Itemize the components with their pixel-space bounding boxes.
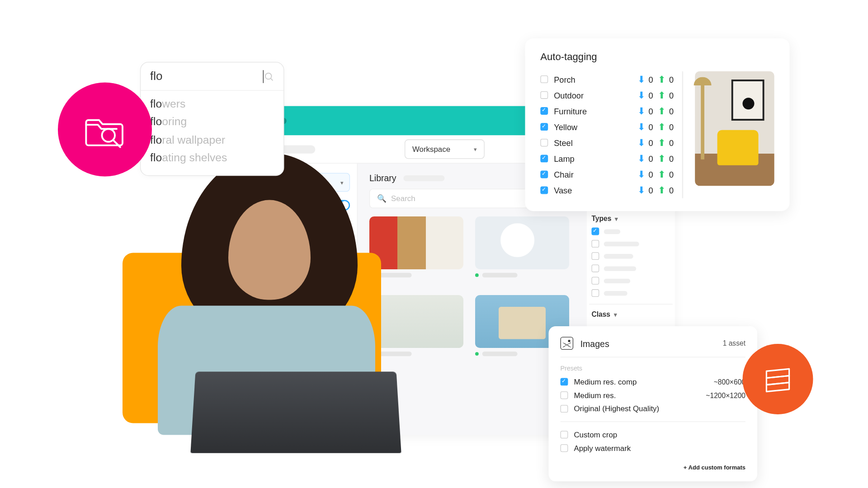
preset-label: Medium res. comp (574, 377, 637, 386)
auto-tagging-title: Auto-tagging (540, 52, 774, 63)
watermark-checkbox[interactable] (561, 444, 568, 452)
status-dot (475, 273, 479, 277)
downvote-icon[interactable]: ⬇ (637, 121, 645, 132)
tag-votes: ⬇0⬆0 (637, 74, 675, 85)
upvote-icon[interactable]: ⬆ (658, 74, 665, 85)
filter-checkbox[interactable] (591, 265, 599, 272)
add-custom-formats-link[interactable]: + Add custom formats (561, 465, 746, 471)
tag-votes: ⬇0⬆0 (637, 185, 675, 196)
chevron-down-icon: ▾ (614, 311, 617, 318)
down-count: 0 (649, 75, 655, 84)
up-count: 0 (669, 90, 675, 100)
downvote-icon[interactable]: ⬇ (637, 185, 645, 196)
presets-list: Medium res. comp~800×600Medium res.~1200… (561, 375, 746, 416)
asset-thumbnail (475, 216, 569, 269)
tag-votes: ⬇0⬆0 (637, 105, 675, 117)
svg-point-2 (265, 73, 272, 79)
tag-checkbox[interactable] (540, 91, 548, 99)
down-count: 0 (649, 122, 655, 131)
search-icon (264, 71, 274, 81)
tag-checkbox[interactable] (540, 187, 548, 194)
chevron-down-icon: ▾ (474, 146, 477, 152)
filter-types-toggle[interactable]: Types▾ (591, 215, 670, 223)
tag-row: Steel⬇0⬆0 (540, 135, 675, 150)
images-download-panel: Images 1 asset Presets Medium res. comp~… (549, 326, 758, 481)
downvote-icon[interactable]: ⬇ (637, 89, 645, 101)
search-suggestion[interactable]: flooring (150, 113, 274, 131)
up-count: 0 (669, 170, 675, 179)
filter-checkbox[interactable] (591, 277, 599, 285)
filter-checkbox[interactable] (591, 289, 599, 297)
caption-placeholder (482, 352, 518, 356)
down-count: 0 (649, 186, 655, 195)
tag-checkbox[interactable] (540, 155, 548, 162)
tag-row: Yellow⬇0⬆0 (540, 119, 675, 135)
tag-row: Chair⬇0⬆0 (540, 166, 675, 182)
downvote-icon[interactable]: ⬇ (637, 137, 645, 148)
upvote-icon[interactable]: ⬆ (658, 121, 665, 132)
upvote-icon[interactable]: ⬆ (658, 185, 665, 196)
tag-row: Outdoor⬇0⬆0 (540, 87, 675, 103)
workspace-dropdown[interactable]: Workspace ▾ (405, 140, 485, 159)
chevron-down-icon: ▾ (615, 216, 618, 222)
upvote-icon[interactable]: ⬆ (658, 105, 665, 117)
toolbar-placeholder (280, 145, 315, 153)
up-count: 0 (669, 106, 675, 116)
tag-label: Chair (554, 170, 637, 179)
stack-icon (761, 362, 795, 396)
tag-votes: ⬇0⬆0 (637, 137, 675, 148)
asset-card[interactable] (475, 216, 569, 277)
filter-class-toggle[interactable]: Class▾ (591, 310, 670, 319)
search-autocomplete-panel: flo flowersflooringfloral wallpaperfloat… (140, 62, 284, 176)
downvote-icon[interactable]: ⬇ (637, 153, 645, 164)
tag-checkbox[interactable] (540, 171, 548, 178)
preset-checkbox[interactable] (561, 378, 568, 385)
search-input[interactable]: flo (150, 70, 262, 83)
search-input-row[interactable]: flo (141, 62, 283, 90)
tag-votes: ⬇0⬆0 (637, 89, 675, 101)
upvote-icon[interactable]: ⬆ (658, 153, 665, 164)
divider (561, 422, 746, 422)
upvote-icon[interactable]: ⬆ (658, 89, 665, 101)
search-suggestion[interactable]: floating shelves (150, 149, 274, 167)
upvote-icon[interactable]: ⬆ (658, 169, 665, 180)
preset-checkbox[interactable] (561, 405, 568, 413)
tag-checkbox[interactable] (540, 139, 548, 146)
downvote-icon[interactable]: ⬇ (637, 169, 645, 180)
down-count: 0 (649, 154, 655, 163)
custom-crop-label: Custom crop (574, 430, 617, 439)
filter-types-label: Types (591, 215, 611, 223)
filter-checkbox[interactable] (591, 240, 599, 248)
up-count: 0 (669, 138, 675, 147)
downvote-icon[interactable]: ⬇ (637, 74, 645, 85)
image-icon (561, 337, 574, 350)
down-count: 0 (649, 106, 655, 116)
tag-row: Lamp⬇0⬆0 (540, 150, 675, 166)
filter-placeholder (604, 253, 633, 258)
images-count: 1 asset (723, 339, 745, 347)
svg-marker-6 (766, 383, 789, 392)
tag-label: Vase (554, 186, 637, 195)
filter-placeholder (604, 291, 627, 295)
tag-checkbox[interactable] (540, 75, 548, 83)
tag-preview-image (695, 71, 774, 186)
filter-checkbox[interactable] (591, 228, 599, 235)
preset-dimension: ~1200×1200 (706, 391, 745, 399)
search-suggestion[interactable]: flowers (150, 95, 274, 113)
up-count: 0 (669, 122, 675, 131)
custom-crop-checkbox[interactable] (561, 431, 568, 438)
upvote-icon[interactable]: ⬆ (658, 137, 665, 148)
tag-checkbox[interactable] (540, 107, 548, 115)
down-count: 0 (649, 138, 655, 147)
downvote-icon[interactable]: ⬇ (637, 105, 645, 117)
up-count: 0 (669, 75, 675, 84)
presets-label: Presets (561, 365, 746, 372)
tag-label: Yellow (554, 122, 637, 131)
stack-badge (743, 344, 813, 414)
search-suggestion[interactable]: floral wallpaper (150, 131, 274, 149)
preset-checkbox[interactable] (561, 391, 568, 399)
tag-checkbox[interactable] (540, 123, 548, 131)
tag-votes: ⬇0⬆0 (637, 121, 675, 132)
preset-label: Original (Highest Quality) (574, 404, 659, 413)
filter-checkbox[interactable] (591, 252, 599, 260)
